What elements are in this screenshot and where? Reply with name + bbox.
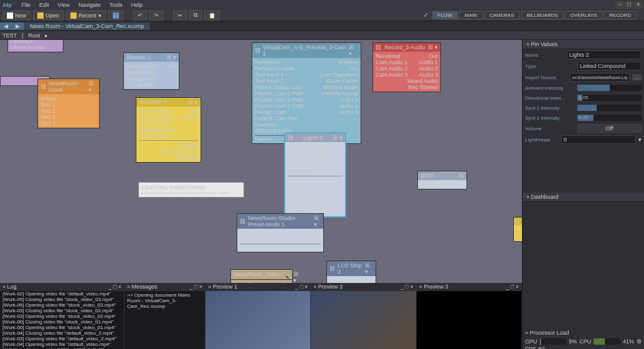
new-button[interactable]: New [2, 11, 31, 21]
menu-tools[interactable]: Tools [105, 1, 126, 9]
copy-button[interactable]: ⧉ [189, 10, 202, 21]
spot1-slider[interactable] [577, 105, 642, 111]
menubar: Aty File Edit View Navigate Tools Help −… [0, 0, 644, 10]
collapse-icon[interactable]: » [526, 41, 529, 47]
window-minimize[interactable]: − [615, 1, 624, 9]
link-icon: ⛓ [40, 84, 46, 90]
browse-button[interactable]: … [632, 74, 642, 80]
toolbar: New Open Recent▾ ↶ ↷ ✂ ⧉ 📋 ⤢ FLOW MAIN C… [0, 10, 644, 21]
preview1-panel: » Preview 1_ □ × [206, 283, 311, 349]
node-virtualcam[interactable]: ⛓VirtualCam_A-B_Preview_3-Cam 2☒ ▾ Rende… [252, 42, 361, 144]
log-panel: » Log_ □ × [Work-02] Opening video file … [0, 283, 125, 349]
tab-navigation: ◀ ▶ [0, 22, 24, 30]
node-controls[interactable]: ☒ ▾ [428, 44, 438, 50]
node-controls[interactable]: ☒ ▾ [166, 54, 176, 60]
tab-prev[interactable]: ◀ [4, 23, 8, 29]
save-button[interactable] [108, 11, 123, 21]
node-controls[interactable]: ☒ ▾ [293, 271, 298, 283]
node-video5[interactable]: NewsRoom_Video- 5 [230, 279, 293, 283]
log-content[interactable]: [Work-02] Opening video file "default_vi… [0, 291, 124, 349]
spot2-slider[interactable]: 0.25 [577, 115, 642, 121]
breadcrumb-item[interactable]: TEST [2, 32, 17, 39]
type-field: Linked Compound [577, 62, 642, 70]
breadcrumb-item[interactable]: Root [28, 32, 40, 39]
app-logo: Aty [2, 2, 12, 8]
node-lights[interactable]: ⛓Lights 2☒ ▾ Ambient Intensity Direction… [284, 132, 346, 218]
menu-navigate[interactable]: Navigate [75, 1, 105, 9]
node-controls[interactable]: ☒ ▾ [365, 262, 373, 275]
menu-help[interactable]: Help [127, 1, 146, 9]
node-controls[interactable]: ☒ ▾ [349, 44, 358, 57]
node-blender[interactable]: Blender 2☒ ▾ BackgroundOut Bg Opacity Fo… [123, 52, 179, 90]
redo-icon: ↷ [154, 12, 159, 19]
preview3-viewport[interactable] [417, 291, 521, 349]
chevron-down-icon: ▾ [98, 12, 102, 19]
paste-button[interactable]: 📋 [204, 11, 220, 21]
node-controls[interactable]: ☒ ▾ [88, 80, 97, 93]
lightpreset-input[interactable] [561, 135, 636, 144]
tab-record[interactable]: RECORD [604, 11, 637, 19]
node-lighting-conditions[interactable]: LIGHTING CONDITIONS #Daylight,Evening,Su… [138, 182, 244, 198]
cut-icon: ✂ [178, 12, 182, 19]
preview2-panel: » Preview 2_ □ × [311, 283, 416, 349]
source-input[interactable] [570, 73, 630, 82]
recent-button[interactable]: Recent▾ [66, 11, 106, 21]
collapse-icon[interactable]: » [526, 194, 529, 200]
preview1-viewport[interactable] [206, 291, 310, 349]
tab-billboards[interactable]: BILLBOARDS [521, 11, 564, 19]
flow-canvas[interactable]: OverlaysVirtual Screen Out ⛓NewsRoom-Cra… [0, 40, 522, 283]
node-stat[interactable]: STAT☒ #Bars [417, 171, 467, 189]
panel-controls[interactable]: _ □ × [506, 284, 519, 290]
cut-button[interactable]: ✂ [173, 11, 187, 21]
node-crawl[interactable]: ⛓NewsRoom-Crawl☒ ▾ Active Text 1 Text 2 … [37, 79, 100, 128]
preview2-viewport[interactable] [311, 291, 415, 349]
node-lcdstrip[interactable]: ⛓LCD Strip 2☒ ▾ VIDEO 1 VIDEO 2 VIDEO 3 … [326, 261, 376, 283]
chevron-right-icon: ▸ [45, 32, 48, 39]
node-controls[interactable]: ☒ ▾ [333, 135, 343, 141]
menu-view[interactable]: View [54, 1, 73, 9]
expand-icon[interactable]: ⤢ [421, 11, 431, 19]
panel-controls[interactable]: _ □ × [295, 284, 308, 290]
dropdown-icon[interactable]: ▾ [638, 136, 642, 143]
tab-flow[interactable]: FLOW [432, 11, 458, 19]
name-input[interactable] [567, 50, 642, 59]
node-controls[interactable]: ☒ ▾ [314, 215, 321, 227]
volume-toggle[interactable]: Off [577, 124, 642, 133]
tab-main[interactable]: MAIN [459, 11, 483, 19]
panel-controls[interactable]: _ □ × [189, 284, 202, 290]
copy-icon: ⧉ [194, 12, 197, 19]
breadcrumb-sep: | [22, 32, 23, 39]
open-button[interactable]: Open [33, 11, 64, 21]
node-render[interactable]: RENDER 2☒ ▾ TX Anti AliasOut Cam Transfo… [136, 97, 201, 163]
redo-button[interactable]: ↷ [149, 11, 163, 21]
menu-file[interactable]: File [18, 1, 35, 9]
node-gi[interactable]: Gi [513, 217, 522, 242]
node-controls[interactable]: ☒ [459, 173, 464, 179]
document-tab[interactable]: News Room - VirtualCam_3-Cam_Rec.xcomp [24, 22, 151, 30]
tab-overlays[interactable]: OVERLAYS [565, 11, 603, 19]
undo-icon: ↶ [138, 12, 143, 19]
panel-header-pinvalues[interactable]: » Pin Values [523, 40, 644, 49]
panel-controls[interactable]: _ □ × [108, 284, 121, 290]
ambient-slider[interactable] [577, 85, 642, 91]
link-icon: ⛓ [376, 44, 381, 50]
directional-slider[interactable]: 0.05 [577, 95, 642, 101]
window-close[interactable]: × [634, 1, 643, 9]
link-icon: ⛓ [240, 218, 245, 224]
gear-icon[interactable]: ⚙ [637, 338, 642, 345]
node-preview-out[interactable]: ● Preview ● Out [492, 40, 522, 46]
window-maximize[interactable]: □ [625, 1, 633, 9]
node-overlays[interactable]: OverlaysVirtual Screen [7, 40, 64, 52]
tab-next[interactable]: ▶ [16, 23, 20, 29]
breadcrumb: TEST | Root ▸ [0, 31, 644, 40]
node-controls[interactable]: ☒ ▾ [188, 99, 198, 105]
save-icon [113, 12, 119, 19]
panel-controls[interactable]: _ □ × [400, 284, 414, 290]
undo-button[interactable]: ↶ [133, 11, 147, 21]
tab-cameras[interactable]: CAMERAS [484, 11, 520, 19]
node-record[interactable]: ⛓Record_3-Audio☒ ▾ RenderedOut Cam Audio… [372, 42, 441, 92]
document-tabs: ◀ ▶ News Room - VirtualCam_3-Cam_Rec.xco… [0, 21, 644, 31]
menu-edit[interactable]: Edit [36, 1, 53, 9]
node-preset[interactable]: ⛓NewsRoom-Studio-Preset-Mode 1☒ ▾ Pos TO… [237, 213, 324, 252]
panel-header-dashboard[interactable]: » Dashboard [523, 193, 644, 202]
